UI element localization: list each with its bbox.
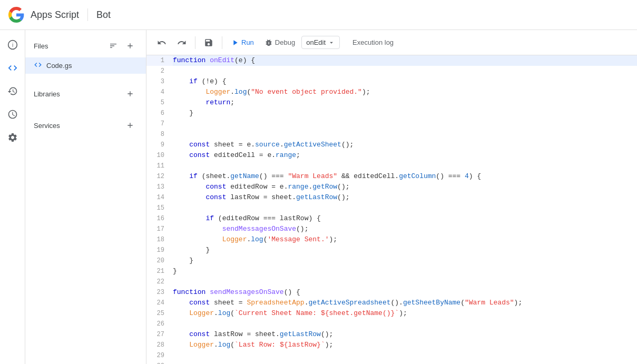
table-row: 16 if (editedRow === lastRow) { <box>146 213 637 224</box>
table-row: 22 <box>146 277 637 287</box>
execution-log-label: Execution log <box>352 38 394 46</box>
nav-icon-history[interactable] <box>2 81 23 102</box>
table-row: 28 Logger.log(`Last Row: ${lastRow}`); <box>146 340 637 350</box>
table-row: 15 <box>146 203 637 213</box>
table-row: 24 const sheet = SpreadsheetApp.getActiv… <box>146 298 637 308</box>
services-header: Services <box>25 114 146 137</box>
table-row: 23function sendMessagesOnSave() { <box>146 287 637 298</box>
table-row: 3 if (!e) { <box>146 76 637 87</box>
app-title: Apps Script <box>31 9 79 21</box>
toolbar: Run Debug onEdit Execution log <box>146 30 637 55</box>
table-row: 19 } <box>146 245 637 255</box>
file-name: Code.gs <box>46 62 72 70</box>
undo-btn[interactable] <box>153 35 171 51</box>
debug-label: Debug <box>275 38 295 46</box>
table-row: 13 const editedRow = e.range.getRow(); <box>146 182 637 192</box>
project-name: Bot <box>96 9 111 21</box>
table-row: 8 <box>146 129 637 140</box>
table-row: 12 if (sheet.getName() === "Warm Leads" … <box>146 171 637 182</box>
toolbar-divider-2 <box>222 36 222 49</box>
table-row: 20 } <box>146 255 637 266</box>
header-divider <box>87 8 88 21</box>
table-row: 27 const lastRow = sheet.getLastRow(); <box>146 329 637 340</box>
debug-btn[interactable]: Debug <box>260 35 299 50</box>
table-row: 1function onEdit(e) { <box>146 55 637 66</box>
left-nav: i <box>0 30 25 364</box>
table-row: 25 Logger.log(`Current Sheet Name: ${she… <box>146 308 637 319</box>
google-logo <box>8 7 24 23</box>
nav-icon-triggers[interactable] <box>2 104 23 125</box>
table-row: 5 return; <box>146 97 637 108</box>
table-row: 10 const editedCell = e.range; <box>146 150 637 161</box>
toolbar-divider-1 <box>195 36 195 49</box>
table-row: 30 <box>146 361 637 364</box>
table-row: 6 } <box>146 108 637 119</box>
services-section: Services <box>25 110 146 141</box>
files-label: Files <box>34 42 48 50</box>
table-row: 26 <box>146 319 637 329</box>
libraries-label: Libraries <box>34 90 60 98</box>
run-btn[interactable]: Run <box>227 35 258 50</box>
table-row: 17 sendMessagesOnSave(); <box>146 224 637 234</box>
table-row: 14 const lastRow = sheet.getLastRow(); <box>146 192 637 203</box>
add-library-btn[interactable] <box>123 86 138 101</box>
sidebar: Files Code.gs <box>25 30 146 364</box>
nav-icon-info[interactable]: i <box>2 34 23 55</box>
nav-icon-settings[interactable] <box>2 127 23 148</box>
libraries-section: Libraries <box>25 78 146 110</box>
svg-text:i: i <box>12 42 13 48</box>
editor-area: Run Debug onEdit Execution log 1function… <box>146 30 637 364</box>
table-row: 4 Logger.log("No event object provided."… <box>146 87 637 97</box>
files-section: Files Code.gs <box>25 30 146 78</box>
function-name: onEdit <box>306 38 326 46</box>
sort-files-btn[interactable] <box>106 38 121 53</box>
table-row: 7 <box>146 119 637 129</box>
nav-icon-code[interactable] <box>2 57 23 78</box>
code-editor[interactable]: 1function onEdit(e) { 2 3 if (!e) { 4 Lo… <box>146 55 637 364</box>
function-selector[interactable]: onEdit <box>301 36 340 49</box>
main-layout: i Files <box>0 30 637 364</box>
code-table: 1function onEdit(e) { 2 3 if (!e) { 4 Lo… <box>146 55 637 364</box>
execution-log-btn[interactable]: Execution log <box>346 35 400 50</box>
services-label: Services <box>34 122 60 130</box>
libraries-header: Libraries <box>25 82 146 105</box>
redo-btn[interactable] <box>173 35 191 51</box>
app-header: Apps Script Bot <box>0 0 637 30</box>
table-row: 9 const sheet = e.source.getActiveSheet(… <box>146 140 637 150</box>
save-btn[interactable] <box>200 35 218 51</box>
table-row: 21} <box>146 266 637 277</box>
files-header: Files <box>25 34 146 57</box>
file-code-gs[interactable]: Code.gs <box>25 57 146 74</box>
table-row: 2 <box>146 66 637 76</box>
table-row: 29 <box>146 350 637 361</box>
table-row: 11 <box>146 161 637 171</box>
file-icon <box>34 61 42 71</box>
add-service-btn[interactable] <box>123 118 138 133</box>
run-label: Run <box>241 38 254 46</box>
add-file-btn[interactable] <box>123 38 138 53</box>
table-row: 18 Logger.log('Message Sent.'); <box>146 234 637 245</box>
